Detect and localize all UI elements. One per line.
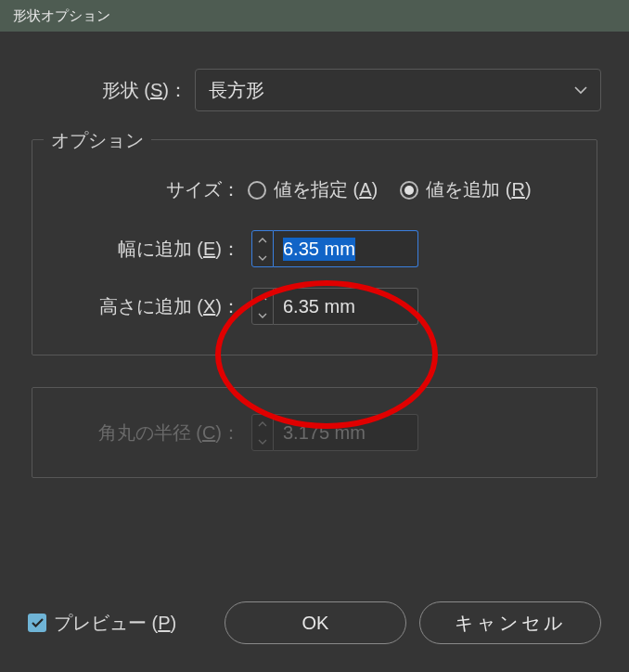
height-spinner-down[interactable]	[252, 306, 273, 324]
shape-row: 形状 (S)： 長方形	[28, 69, 601, 111]
height-spinner-up[interactable]	[252, 289, 273, 306]
dialog-title: 形状オプション	[13, 7, 110, 25]
radio-circle-icon	[400, 181, 418, 200]
chevron-up-icon	[258, 295, 267, 301]
radio-append[interactable]: 値を追加 (R)	[400, 177, 531, 202]
corner-label: 角丸の半径 (C)：	[53, 420, 248, 446]
corner-spinner: 3.175 mm	[251, 414, 418, 451]
width-spinner-down[interactable]	[252, 249, 273, 266]
corner-spinner-buttons	[251, 414, 274, 451]
shape-select-value: 長方形	[209, 78, 264, 103]
height-spinner[interactable]: 6.35 mm	[251, 288, 418, 325]
corner-spinner-up	[252, 415, 273, 433]
chevron-down-icon	[574, 86, 587, 95]
checkbox-box-icon	[28, 614, 46, 632]
ok-button[interactable]: OK	[225, 601, 406, 644]
corner-fieldset: 角丸の半径 (C)： 3.175 mm	[32, 387, 597, 478]
height-input-value: 6.35 mm	[283, 296, 355, 317]
corner-spinner-down	[252, 433, 273, 450]
height-label: 高さに追加 (X)：	[53, 294, 248, 319]
chevron-down-icon	[258, 313, 267, 318]
chevron-up-icon	[258, 238, 267, 243]
chevron-down-icon	[258, 255, 267, 261]
width-input[interactable]: 6.35 mm	[274, 230, 418, 267]
cancel-button[interactable]: キャンセル	[419, 601, 601, 644]
width-spinner-buttons[interactable]	[251, 230, 274, 267]
options-fieldset: オプション サイズ： 値を指定 (A) 値を追加 (R) 幅に追加 (E)：	[32, 139, 597, 355]
radio-specify[interactable]: 値を指定 (A)	[248, 177, 378, 202]
height-input[interactable]: 6.35 mm	[274, 288, 418, 325]
width-label: 幅に追加 (E)：	[53, 237, 248, 262]
width-spinner[interactable]: 6.35 mm	[251, 230, 418, 267]
shape-select[interactable]: 長方形	[195, 69, 601, 111]
chevron-up-icon	[258, 421, 267, 427]
preview-checkbox[interactable]: プレビュー (P)	[28, 611, 176, 636]
footer: プレビュー (P) OK キャンセル	[0, 601, 629, 644]
titlebar: 形状オプション	[0, 0, 629, 32]
checkmark-icon	[32, 618, 44, 627]
height-spinner-buttons[interactable]	[251, 288, 274, 325]
width-row: 幅に追加 (E)： 6.35 mm	[53, 230, 576, 267]
radio-circle-icon	[248, 181, 266, 200]
height-row: 高さに追加 (X)： 6.35 mm	[53, 288, 576, 325]
size-label: サイズ：	[53, 177, 248, 202]
shape-label: 形状 (S)：	[28, 78, 195, 103]
options-legend: オプション	[44, 128, 151, 153]
chevron-down-icon	[258, 439, 267, 445]
corner-input-value: 3.175 mm	[283, 422, 366, 444]
width-spinner-up[interactable]	[252, 231, 273, 249]
width-input-value: 6.35 mm	[283, 238, 355, 261]
corner-input: 3.175 mm	[274, 414, 418, 451]
size-row: サイズ： 値を指定 (A) 値を追加 (R)	[53, 177, 576, 202]
